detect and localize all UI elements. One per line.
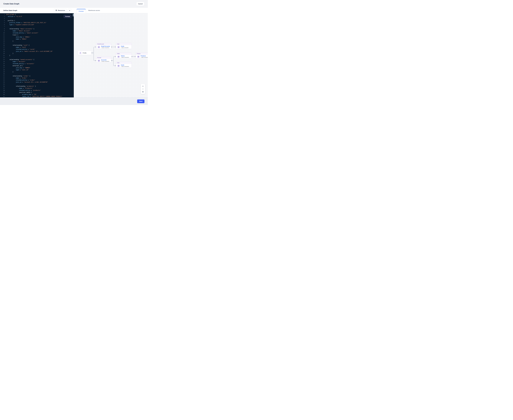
code-line[interactable]: 8 relationship "email-accounts" { [0,28,74,30]
line-number: 31 [0,75,5,77]
zoom-out-button[interactable] [142,88,144,90]
entity-title-link[interactable]: Cards [121,46,129,47]
preview-tab-bar: Preview Warehouse access [74,8,148,13]
code-line[interactable]: 35 [0,83,74,85]
entity-title-link[interactable]: Email Accounts [101,46,110,47]
zoom-in-icon [142,85,144,87]
line-number: 18 [0,48,5,50]
graph-canvas[interactable]: ProfileEmail AccountEmail Accounts1 data… [74,13,148,98]
code-line[interactable]: 23 relationship "owned-accounts" { [0,59,74,60]
code-text: related_entity = "cards" [6,48,35,50]
line-number: 34 [0,81,5,83]
table-icon [117,46,120,48]
code-text: name = "Order" [6,77,27,79]
code-line[interactable]: 12 join_key = "EMAIL" [0,36,74,38]
entity-subtitle: 2 data consumers [101,61,109,62]
code-line[interactable]: 10 related_entity = "email-account" [0,32,74,34]
code-line[interactable]: 27 join_key = "OWNER" [0,67,74,69]
code-line[interactable]: 36 relationship "products" { [0,85,74,87]
code-line[interactable]: 4 profile { [0,20,74,22]
code-text: join_key = "EMAIL" [6,36,30,38]
collapse-panel-button[interactable]: « [68,9,71,12]
code-line[interactable]: 9 name = "Email Account" [0,30,74,32]
entity-title-link[interactable]: Cards [121,64,129,66]
code-text: related_entity = "products" [6,89,41,91]
save-button[interactable]: Save [137,99,145,103]
entity-node-card-top[interactable]: CardCards1 data consumer [116,43,132,49]
zoom-out-icon [142,88,144,90]
edge-arrowhead [115,65,116,66]
code-text: name = "Card" [6,46,26,48]
code-text: join_key = "OWNER" [6,67,30,69]
code-line[interactable]: 6 type = "segment:unmaterialized" [0,24,74,26]
code-line[interactable]: 41 table_ref = "ENTITIES.ENTITY_COMMON.O… [0,96,74,98]
code-text: } [6,52,13,54]
graph-edge [92,53,96,60]
code-line[interactable]: 7 [0,26,74,28]
code-line[interactable]: 25 related_entity = "accounts" [0,63,74,65]
code-line[interactable]: 17 name = "Card" [0,46,74,48]
entity-node-order[interactable]: OrderOrders1 data consumers [116,52,132,59]
entity-node-email-account[interactable]: Email AccountEmail Accounts1 data consum… [96,43,111,49]
code-line[interactable]: 30 [0,73,74,75]
code-line[interactable]: 11 trait { [0,34,74,36]
fit-view-button[interactable] [142,91,144,93]
line-number: 7 [0,26,5,28]
code-line[interactable]: 22 [0,57,74,59]
code-editor[interactable]: Format 1data_graph {2 version = "v1.0.0"… [0,13,74,98]
entity-node-account[interactable]: AccountAccounts2 data consumers [96,57,111,63]
line-number: 10 [0,32,5,34]
code-line[interactable]: 5 profile_folder = "ENTITIES.ENTITY_E2E_… [0,22,74,24]
code-text: related_entity = "accounts" [6,63,34,65]
code-line[interactable]: 1data_graph { [0,14,74,15]
code-line[interactable]: 20 } [0,52,74,54]
code-line[interactable]: 21 } [0,54,74,57]
app-header: Create Data Graph Cancel [0,0,148,8]
code-line[interactable]: 28 type = "user_id" [0,69,74,71]
code-text: related_entity = "order" [6,79,35,81]
book-icon [55,9,57,11]
line-number: 30 [0,73,5,75]
cancel-button[interactable]: Cancel [136,2,144,6]
code-line[interactable]: 32 name = "Order" [0,77,74,79]
code-line[interactable]: 18 related_entity = "cards" [0,48,74,50]
code-line[interactable]: 24 name = "Account" [0,60,74,63]
code-line[interactable]: 40 primary_key = "ID" [0,93,74,96]
code-text: name = "Products" [6,87,33,89]
code-line[interactable]: 26 external_id { [0,65,74,67]
zoom-in-button[interactable] [142,85,144,87]
line-number: 16 [0,44,5,46]
code-line[interactable]: 39 junction_table { [0,91,74,93]
entity-title-link[interactable]: Accounts [101,59,109,60]
code-line[interactable]: 16 relationship "card" { [0,44,74,46]
table-icon [97,46,100,48]
code-line[interactable]: 38 related_entity = "products" [0,89,74,91]
editor-scrollbar-thumb[interactable] [73,14,74,16]
code-line[interactable]: 2 version = "v1.0.0" [0,15,74,17]
editor-scrollbar[interactable] [72,13,74,98]
tab-warehouse-access[interactable]: Warehouse access [88,8,100,13]
code-text: type = "user_id" [6,69,29,71]
resources-button[interactable]: Resources [54,9,67,12]
line-number: 17 [0,46,5,48]
entity-category-label: Card [116,62,131,64]
code-line[interactable]: 19 join_on = "email-account.ID = card.AC… [0,50,74,52]
entity-title-link[interactable]: Orders [121,55,129,57]
code-line[interactable]: 14 } [0,40,74,42]
code-line[interactable]: 13 name = "EMAIL" [0,38,74,40]
code-line[interactable]: 31 relationship "order" { [0,75,74,77]
code-line[interactable]: 33 related_entity = "order" [0,79,74,81]
edge-arrowhead [95,46,96,47]
code-line[interactable]: 3 [0,17,74,20]
code-line[interactable]: 29 } [0,71,74,73]
entity-node-card-bottom[interactable]: CardCards1 data consumers [116,62,132,68]
profile-node[interactable]: Profile [78,51,92,55]
line-number: 32 [0,77,5,79]
code-line[interactable]: 34 join_on = "account.ID = order.ACCOUNT… [0,81,74,83]
format-button[interactable]: Format [64,15,71,18]
code-line[interactable]: 15 [0,42,74,44]
code-line[interactable]: 37 name = "Products" [0,87,74,89]
entity-title-link[interactable]: Products [141,55,148,57]
tab-preview[interactable]: Preview [77,9,86,13]
entity-node-product[interactable]: ProductProducts1 data consumer [136,52,148,59]
